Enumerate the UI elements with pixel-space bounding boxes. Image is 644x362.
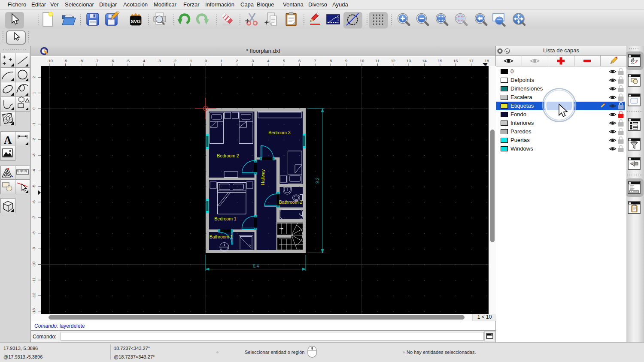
svg-text:7: 7 — [314, 58, 316, 63]
svg-text:6: 6 — [298, 58, 301, 63]
svg-text:-12: -12 — [31, 293, 36, 299]
svg-text:3: 3 — [252, 58, 254, 63]
svg-text:-4: -4 — [142, 58, 145, 63]
svg-text:0: 0 — [205, 58, 207, 63]
svg-text:14: 14 — [422, 58, 427, 63]
svg-text:-1: -1 — [31, 122, 36, 126]
svg-text:2: 2 — [31, 76, 36, 78]
svg-text:-8: -8 — [79, 58, 82, 63]
svg-text:-2: -2 — [173, 58, 176, 63]
svg-text:-8: -8 — [31, 232, 36, 235]
svg-text:-13: -13 — [31, 308, 36, 314]
svg-text:-3: -3 — [31, 154, 36, 157]
svg-text:0: 0 — [31, 107, 36, 109]
svg-text:A: A — [4, 134, 12, 146]
svg-text:-3: -3 — [157, 58, 161, 63]
svg-text:-7: -7 — [95, 58, 98, 63]
svg-text:-6: -6 — [31, 200, 36, 204]
svg-text:-9: -9 — [31, 247, 36, 250]
svg-text:5: 5 — [283, 58, 285, 63]
svg-text:-10: -10 — [31, 262, 36, 268]
svg-text:2: 2 — [236, 58, 238, 63]
svg-text:11: 11 — [375, 58, 380, 63]
svg-text:-6: -6 — [110, 58, 114, 63]
svg-text:1: 1 — [31, 92, 36, 94]
svg-text:-4: -4 — [31, 169, 36, 172]
svg-text:-7: -7 — [31, 216, 36, 219]
svg-text:9: 9 — [345, 58, 347, 63]
svg-text:10: 10 — [360, 58, 365, 63]
svg-text:-11: -11 — [31, 277, 36, 283]
svg-text:SVG: SVG — [131, 19, 140, 24]
svg-text:15: 15 — [438, 58, 443, 63]
svg-text:-5: -5 — [31, 185, 36, 188]
svg-text:17: 17 — [469, 58, 474, 63]
svg-text:-1: -1 — [188, 58, 192, 63]
svg-text:16: 16 — [453, 58, 458, 63]
svg-text:-5: -5 — [126, 58, 130, 63]
svg-text:8: 8 — [330, 58, 332, 63]
svg-text:-2: -2 — [31, 138, 36, 141]
svg-text:18: 18 — [485, 58, 489, 63]
svg-text:13: 13 — [407, 58, 411, 63]
svg-text:1: 1 — [220, 58, 222, 63]
svg-text:-10: -10 — [47, 58, 53, 63]
svg-text:-9: -9 — [64, 58, 67, 63]
svg-text:12: 12 — [391, 58, 395, 63]
svg-text:4: 4 — [267, 58, 269, 63]
